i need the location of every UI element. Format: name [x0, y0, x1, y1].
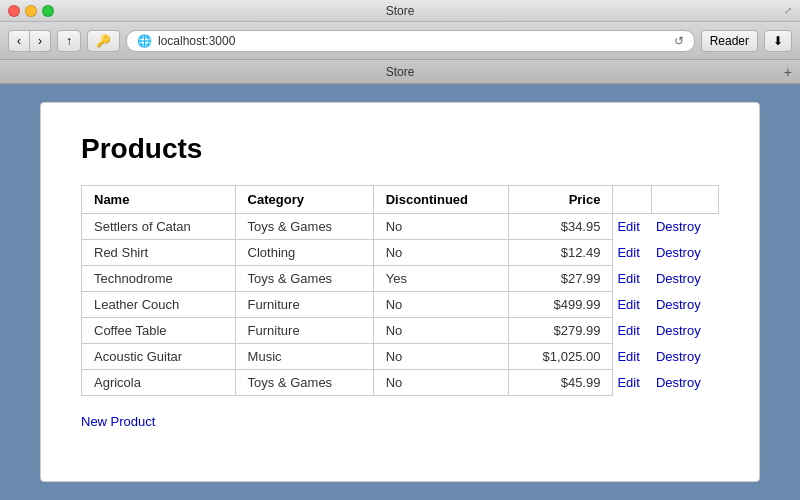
table-row: AgricolaToys & GamesNo$45.99EditDestroy: [82, 370, 719, 396]
edit-link[interactable]: Edit: [617, 323, 639, 338]
product-name: Technodrome: [82, 266, 236, 292]
secure-icon: 🌐: [137, 34, 152, 48]
product-category: Toys & Games: [235, 266, 373, 292]
product-category: Furniture: [235, 292, 373, 318]
content-area: Products Name Category Discontinued Pric…: [0, 84, 800, 500]
back-button[interactable]: ‹: [8, 30, 30, 52]
edit-link[interactable]: Edit: [617, 375, 639, 390]
product-discontinued: No: [373, 240, 508, 266]
page-card: Products Name Category Discontinued Pric…: [40, 102, 760, 482]
product-price: $1,025.00: [509, 344, 613, 370]
download-button[interactable]: ⬇: [764, 30, 792, 52]
product-discontinued: No: [373, 370, 508, 396]
refresh-button[interactable]: ↺: [674, 34, 684, 48]
product-price: $12.49: [509, 240, 613, 266]
product-name: Coffee Table: [82, 318, 236, 344]
resize-icon: ⤢: [784, 5, 792, 16]
product-name: Red Shirt: [82, 240, 236, 266]
table-row: Red ShirtClothingNo$12.49EditDestroy: [82, 240, 719, 266]
products-table: Name Category Discontinued Price Settler…: [81, 185, 719, 396]
product-discontinued: No: [373, 344, 508, 370]
table-row: TechnodromeToys & GamesYes$27.99EditDest…: [82, 266, 719, 292]
toolbar: ‹ › ↑ 🔑 🌐 localhost:3000 ↺ Reader ⬇: [0, 22, 800, 60]
close-button[interactable]: [8, 5, 20, 17]
product-name: Agricola: [82, 370, 236, 396]
product-category: Toys & Games: [235, 370, 373, 396]
product-price: $27.99: [509, 266, 613, 292]
destroy-link[interactable]: Destroy: [656, 245, 701, 260]
product-name: Leather Couch: [82, 292, 236, 318]
edit-link[interactable]: Edit: [617, 219, 639, 234]
traffic-lights: [8, 5, 54, 17]
product-name: Settlers of Catan: [82, 214, 236, 240]
destroy-link[interactable]: Destroy: [656, 375, 701, 390]
edit-link[interactable]: Edit: [617, 349, 639, 364]
product-category: Clothing: [235, 240, 373, 266]
col-header-price: Price: [509, 186, 613, 214]
share-button[interactable]: ↑: [57, 30, 81, 52]
url-bar[interactable]: 🌐 localhost:3000 ↺: [126, 30, 695, 52]
product-category: Furniture: [235, 318, 373, 344]
col-header-destroy: [652, 186, 719, 214]
tab-label[interactable]: Store: [386, 65, 415, 79]
col-header-discontinued: Discontinued: [373, 186, 508, 214]
product-discontinued: Yes: [373, 266, 508, 292]
edit-link[interactable]: Edit: [617, 245, 639, 260]
bookmark-button[interactable]: 🔑: [87, 30, 120, 52]
destroy-link[interactable]: Destroy: [656, 323, 701, 338]
destroy-link[interactable]: Destroy: [656, 297, 701, 312]
edit-link[interactable]: Edit: [617, 271, 639, 286]
title-bar: Store ⤢: [0, 0, 800, 22]
page-heading: Products: [81, 133, 719, 165]
product-name: Acoustic Guitar: [82, 344, 236, 370]
destroy-link[interactable]: Destroy: [656, 271, 701, 286]
forward-button[interactable]: ›: [30, 30, 51, 52]
col-header-name: Name: [82, 186, 236, 214]
minimize-button[interactable]: [25, 5, 37, 17]
destroy-link[interactable]: Destroy: [656, 219, 701, 234]
product-price: $499.99: [509, 292, 613, 318]
table-row: Settlers of CatanToys & GamesNo$34.95Edi…: [82, 214, 719, 240]
product-discontinued: No: [373, 292, 508, 318]
new-tab-button[interactable]: +: [784, 64, 792, 80]
nav-buttons: ‹ ›: [8, 30, 51, 52]
new-product-link[interactable]: New Product: [81, 414, 155, 429]
table-row: Acoustic GuitarMusicNo$1,025.00EditDestr…: [82, 344, 719, 370]
product-discontinued: No: [373, 318, 508, 344]
maximize-button[interactable]: [42, 5, 54, 17]
url-text: localhost:3000: [158, 34, 668, 48]
col-header-edit: [613, 186, 652, 214]
destroy-link[interactable]: Destroy: [656, 349, 701, 364]
reader-button[interactable]: Reader: [701, 30, 758, 52]
product-category: Music: [235, 344, 373, 370]
product-category: Toys & Games: [235, 214, 373, 240]
window-title: Store: [386, 4, 415, 18]
edit-link[interactable]: Edit: [617, 297, 639, 312]
product-price: $45.99: [509, 370, 613, 396]
table-row: Coffee TableFurnitureNo$279.99EditDestro…: [82, 318, 719, 344]
col-header-category: Category: [235, 186, 373, 214]
product-discontinued: No: [373, 214, 508, 240]
tab-bar: Store +: [0, 60, 800, 84]
table-row: Leather CouchFurnitureNo$499.99EditDestr…: [82, 292, 719, 318]
product-price: $34.95: [509, 214, 613, 240]
product-price: $279.99: [509, 318, 613, 344]
